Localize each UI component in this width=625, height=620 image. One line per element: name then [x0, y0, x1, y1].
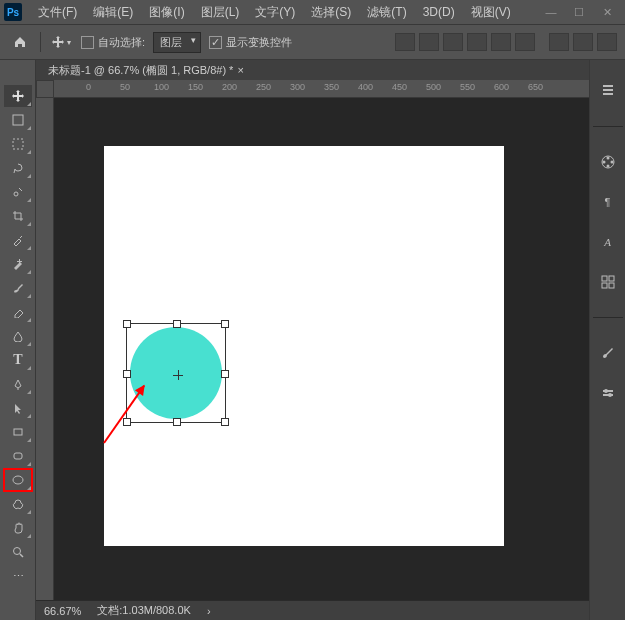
- menu-image[interactable]: 图像(I): [141, 4, 192, 21]
- home-icon[interactable]: [8, 30, 32, 54]
- document-area: 未标题-1 @ 66.7% (椭圆 1, RGB/8#) * × 0501001…: [36, 60, 589, 620]
- close-button[interactable]: ✕: [593, 2, 621, 22]
- color-panel-icon[interactable]: [597, 151, 619, 173]
- status-chevron-icon[interactable]: ›: [207, 605, 211, 617]
- svg-rect-11: [603, 93, 613, 95]
- distribute-button[interactable]: [549, 33, 569, 51]
- align-right-button[interactable]: [443, 33, 463, 51]
- ruler-horizontal[interactable]: 050100150200250300350400450500550600650: [54, 80, 589, 98]
- history-panel-icon[interactable]: [597, 80, 619, 102]
- show-transform-checkbox[interactable]: ✓显示变换控件: [209, 35, 292, 50]
- brush-tool[interactable]: [4, 277, 32, 299]
- transform-center-icon[interactable]: [173, 370, 183, 380]
- menu-file[interactable]: 文件(F): [30, 4, 85, 21]
- ruler-tick: 100: [154, 82, 169, 92]
- menu-filter[interactable]: 滤镜(T): [359, 4, 414, 21]
- artboard[interactable]: [104, 146, 504, 546]
- app-logo: Ps: [4, 3, 22, 21]
- align-left-button[interactable]: [395, 33, 415, 51]
- svg-rect-6: [14, 453, 22, 459]
- rectangle-tool[interactable]: [4, 421, 32, 443]
- blur-tool[interactable]: [4, 325, 32, 347]
- pen-tool[interactable]: [4, 373, 32, 395]
- transform-handle-ml[interactable]: [123, 370, 131, 378]
- menu-edit[interactable]: 编辑(E): [85, 4, 141, 21]
- zoom-level[interactable]: 66.67%: [44, 605, 81, 617]
- zoom-tool[interactable]: [4, 541, 32, 563]
- transform-handle-bm[interactable]: [173, 418, 181, 426]
- svg-rect-18: [609, 276, 614, 281]
- panel-dock: ¶ A: [589, 60, 625, 620]
- menu-select[interactable]: 选择(S): [303, 4, 359, 21]
- rounded-rect-tool[interactable]: [4, 445, 32, 467]
- move-tool[interactable]: [4, 85, 32, 107]
- move-tool-icon[interactable]: ▾: [49, 30, 73, 54]
- brushes-panel-icon[interactable]: [597, 342, 619, 364]
- eraser-tool[interactable]: [4, 301, 32, 323]
- tools-panel: T ⋯: [0, 60, 36, 620]
- document-size[interactable]: 文档:1.03M/808.0K: [97, 603, 191, 618]
- options-bar: ▾ 自动选择: 图层 ✓显示变换控件: [0, 24, 625, 60]
- character-panel-icon[interactable]: A: [597, 231, 619, 253]
- menu-view[interactable]: 视图(V): [463, 4, 519, 21]
- svg-rect-0: [13, 115, 23, 125]
- ruler-tick: 650: [528, 82, 543, 92]
- svg-rect-20: [609, 283, 614, 288]
- svg-point-23: [604, 389, 608, 393]
- eyedropper-tool[interactable]: [4, 229, 32, 251]
- document-tab-close-icon[interactable]: ×: [237, 64, 243, 76]
- menu-layer[interactable]: 图层(L): [193, 4, 248, 21]
- auto-select-checkbox[interactable]: 自动选择:: [81, 35, 145, 50]
- crop-tool[interactable]: [4, 205, 32, 227]
- transform-handle-tm[interactable]: [173, 320, 181, 328]
- ellipse-tool[interactable]: [4, 469, 32, 491]
- paragraph-panel-icon[interactable]: ¶: [597, 191, 619, 213]
- status-bar: 66.67% 文档:1.03M/808.0K ›: [36, 600, 589, 620]
- minimize-button[interactable]: —: [537, 2, 565, 22]
- svg-rect-17: [602, 276, 607, 281]
- auto-select-label: 自动选择:: [98, 36, 145, 48]
- transform-handle-bl[interactable]: [123, 418, 131, 426]
- search-icon[interactable]: [573, 33, 593, 51]
- more-tools[interactable]: ⋯: [4, 565, 32, 587]
- maximize-button[interactable]: ☐: [565, 2, 593, 22]
- align-center-h-button[interactable]: [419, 33, 439, 51]
- hand-tool[interactable]: [4, 517, 32, 539]
- align-group: [395, 33, 617, 51]
- svg-point-14: [610, 161, 613, 164]
- transform-handle-br[interactable]: [221, 418, 229, 426]
- type-tool[interactable]: T: [4, 349, 32, 371]
- document-tab-title: 未标题-1 @ 66.7% (椭圆 1, RGB/8#) *: [48, 63, 233, 78]
- auto-select-dropdown[interactable]: 图层: [153, 32, 201, 53]
- transform-bounding-box[interactable]: [126, 323, 226, 423]
- lasso-tool[interactable]: [4, 157, 32, 179]
- window-controls: — ☐ ✕: [537, 2, 621, 22]
- workspace-icon[interactable]: [597, 33, 617, 51]
- align-bottom-button[interactable]: [515, 33, 535, 51]
- transform-handle-tr[interactable]: [221, 320, 229, 328]
- align-middle-button[interactable]: [491, 33, 511, 51]
- transform-handle-tl[interactable]: [123, 320, 131, 328]
- svg-point-16: [602, 161, 605, 164]
- artboard-tool[interactable]: [4, 109, 32, 131]
- ruler-vertical[interactable]: [36, 98, 54, 600]
- canvas-viewport[interactable]: [54, 98, 589, 600]
- align-top-button[interactable]: [467, 33, 487, 51]
- menu-type[interactable]: 文字(Y): [247, 4, 303, 21]
- svg-point-24: [608, 393, 612, 397]
- swatches-panel-icon[interactable]: [597, 271, 619, 293]
- document-tab-bar: 未标题-1 @ 66.7% (椭圆 1, RGB/8#) * ×: [36, 60, 589, 80]
- marquee-tool[interactable]: [4, 133, 32, 155]
- custom-shape-tool[interactable]: [4, 493, 32, 515]
- quick-select-tool[interactable]: [4, 181, 32, 203]
- brush-settings-icon[interactable]: [597, 382, 619, 404]
- path-select-tool[interactable]: [4, 397, 32, 419]
- menu-3d[interactable]: 3D(D): [415, 5, 463, 19]
- ruler-origin[interactable]: [36, 80, 54, 98]
- healing-tool[interactable]: [4, 253, 32, 275]
- title-bar: Ps 文件(F) 编辑(E) 图像(I) 图层(L) 文字(Y) 选择(S) 滤…: [0, 0, 625, 24]
- transform-handle-mr[interactable]: [221, 370, 229, 378]
- svg-rect-10: [603, 89, 613, 91]
- ruler-tick: 200: [222, 82, 237, 92]
- document-tab[interactable]: 未标题-1 @ 66.7% (椭圆 1, RGB/8#) * ×: [44, 63, 248, 78]
